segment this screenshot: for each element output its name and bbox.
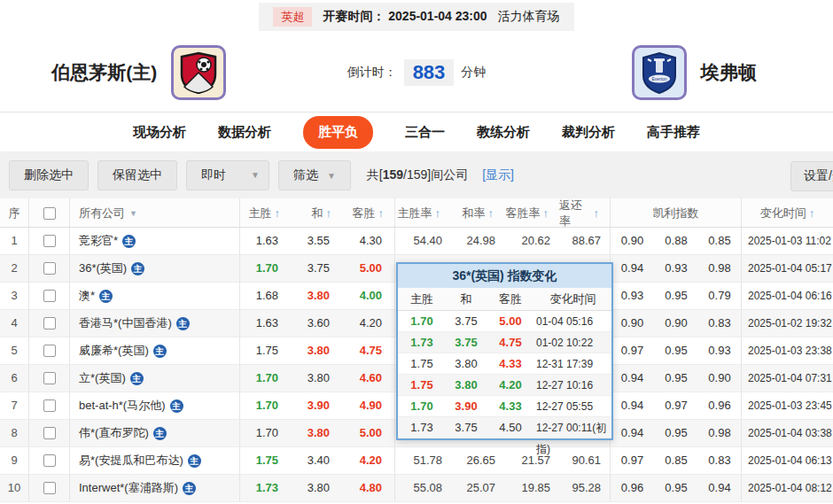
home-odds[interactable]: 1.75	[239, 337, 291, 365]
home-odds[interactable]: 1.70	[239, 365, 291, 392]
home-odds[interactable]: 1.63	[239, 310, 291, 337]
draw-odds[interactable]: 3.80	[291, 365, 342, 392]
row-checkbox[interactable]	[43, 399, 56, 412]
keep-selected-button[interactable]: 保留选中	[97, 160, 177, 190]
company-name[interactable]: 伟*(直布罗陀)	[79, 420, 149, 446]
row-checkbox-cell	[28, 392, 69, 420]
away-odds[interactable]: 4.20	[342, 447, 394, 475]
away-odds[interactable]: 4.30	[342, 228, 394, 255]
kelly-index: 0.94	[698, 475, 741, 502]
col-kelly: 凯利指数	[610, 198, 741, 228]
home-badge-icon: 主	[188, 454, 201, 468]
filter-dropdown[interactable]: 筛选 ▼	[278, 160, 351, 190]
home-odds: 1.73	[398, 332, 446, 353]
company-name[interactable]: Interwet*(塞浦路斯)	[79, 475, 178, 501]
nav-tab[interactable]: 教练分析	[477, 124, 530, 141]
time-filter-dropdown[interactable]: 即时 ▼	[186, 160, 269, 190]
col-company[interactable]: 所有公司▼	[69, 198, 239, 228]
home-odds[interactable]: 1.63	[239, 228, 291, 255]
away-odds[interactable]: 4.75	[342, 337, 394, 365]
away-odds[interactable]: 4.20	[342, 310, 394, 337]
league-badge[interactable]: 英超	[273, 7, 312, 27]
row-checkbox[interactable]	[43, 372, 56, 384]
draw-odds[interactable]: 3.80	[291, 420, 342, 447]
col-away-rate[interactable]: 客胜率↑	[504, 198, 559, 228]
company-name[interactable]: 易*(安提瓜和巴布达)	[79, 447, 183, 474]
row-checkbox-cell	[28, 283, 69, 310]
away-odds[interactable]: 4.60	[342, 365, 394, 392]
row-checkbox-cell	[28, 447, 69, 475]
col-home-odds[interactable]: 主胜↑	[239, 198, 291, 228]
row-checkbox[interactable]	[43, 454, 56, 467]
col-away-odds[interactable]: 客胜↑	[342, 198, 394, 228]
row-index: 5	[0, 337, 28, 365]
company-name[interactable]: bet-at-h*(马尔他)	[79, 392, 166, 419]
kelly-index: 0.83	[698, 447, 741, 475]
nav-tab[interactable]: 现场分析	[133, 124, 186, 141]
away-odds[interactable]: 5.00	[342, 420, 394, 447]
row-checkbox-cell	[28, 255, 69, 283]
away-odds[interactable]: 4.90	[342, 392, 394, 420]
home-odds[interactable]: 1.75	[239, 447, 291, 475]
kelly-index: 0.95	[654, 420, 698, 447]
draw-odds[interactable]: 3.80	[291, 475, 342, 502]
draw-odds[interactable]: 3.75	[291, 255, 342, 283]
col-change-time[interactable]: 变化时间↑	[741, 198, 833, 228]
change-time: 2025-01-04 07:31	[741, 365, 833, 392]
col-draw-odds[interactable]: 和↑	[291, 198, 342, 228]
draw-odds[interactable]: 3.80	[291, 283, 342, 310]
away-odds[interactable]: 4.80	[342, 475, 394, 502]
row-checkbox[interactable]	[43, 427, 56, 439]
draw-odds[interactable]: 3.90	[291, 392, 342, 420]
col-return-rate[interactable]: 返还率↑	[559, 198, 610, 228]
change-time: 2025-01-04 05:17	[741, 255, 833, 283]
nav-tab[interactable]: 胜平负	[303, 116, 373, 149]
draw-odds[interactable]: 3.80	[291, 337, 342, 365]
draw-odds: 3.80	[446, 353, 487, 375]
settings-button[interactable]: 设置/选	[790, 161, 833, 191]
col-home-rate[interactable]: 主胜率↑	[394, 198, 451, 228]
home-odds[interactable]: 1.73	[239, 475, 291, 502]
home-badge-icon: 主	[130, 372, 144, 385]
nav-tab[interactable]: 三合一	[405, 124, 445, 141]
home-rate: 54.40	[394, 228, 451, 255]
draw-odds[interactable]: 3.55	[291, 228, 342, 255]
away-odds[interactable]: 5.00	[342, 255, 394, 283]
sort-asc-icon: ↑	[543, 206, 549, 220]
kelly-index: 0.90	[698, 365, 741, 392]
row-checkbox[interactable]	[43, 345, 56, 357]
col-draw-rate[interactable]: 和率↑	[451, 198, 504, 228]
row-checkbox[interactable]	[43, 317, 56, 330]
draw-odds[interactable]: 3.60	[291, 310, 342, 337]
company-name[interactable]: 36*(英国)	[79, 255, 127, 282]
kelly-index: 0.83	[698, 310, 741, 337]
nav-tab[interactable]: 裁判分析	[562, 124, 615, 141]
row-checkbox[interactable]	[43, 290, 56, 302]
row-checkbox[interactable]	[43, 235, 56, 247]
delete-selected-button[interactable]: 删除选中	[9, 160, 89, 190]
company-name[interactable]: 威廉希*(英国)	[79, 337, 149, 364]
away-odds[interactable]: 4.00	[342, 283, 394, 310]
home-odds[interactable]: 1.70	[239, 255, 291, 283]
draw-odds: 3.75	[446, 332, 487, 353]
nav-tab[interactable]: 数据分析	[218, 124, 271, 141]
home-odds[interactable]: 1.68	[239, 283, 291, 310]
row-index: 10	[0, 475, 28, 502]
company-name[interactable]: 立*(英国)	[79, 365, 126, 392]
company-name[interactable]: 香港马*(中国香港)	[79, 310, 172, 337]
home-odds: 1.73	[398, 417, 446, 460]
home-odds[interactable]: 1.70	[239, 420, 291, 447]
select-all-checkbox[interactable]	[43, 207, 56, 220]
popup-row: 1.753.804.2012-27 10:16	[398, 375, 611, 396]
row-checkbox[interactable]	[43, 262, 56, 275]
match-info: 英超 开赛时间： 2025-01-04 23:00 活力体育场	[259, 3, 573, 31]
company-name[interactable]: 澳*	[79, 283, 95, 309]
popup-change-time: 12-27 05:55	[534, 396, 611, 417]
nav-tab[interactable]: 高手推荐	[647, 124, 700, 141]
popup-col-header: 和	[446, 288, 487, 311]
draw-odds[interactable]: 3.40	[291, 447, 342, 475]
company-name[interactable]: 竞彩官*	[79, 228, 118, 254]
home-odds[interactable]: 1.70	[239, 392, 291, 420]
show-link[interactable]: [显示]	[482, 167, 514, 183]
row-checkbox[interactable]	[43, 482, 56, 494]
